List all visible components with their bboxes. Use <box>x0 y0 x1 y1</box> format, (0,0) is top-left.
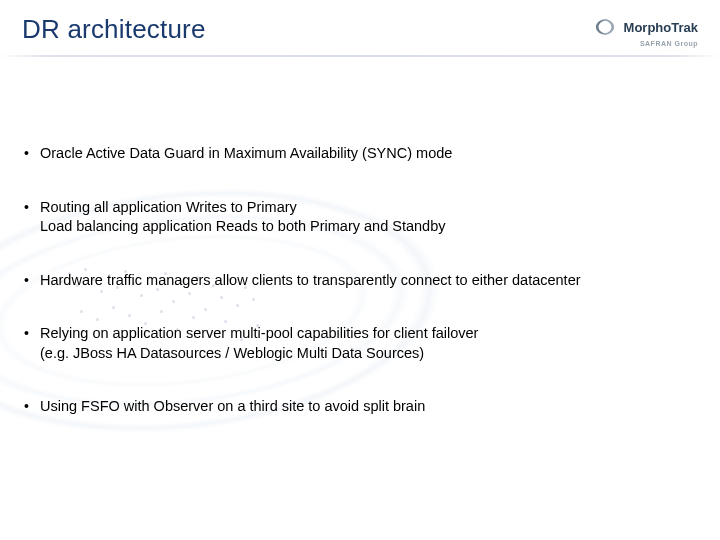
bullet-item: Relying on application server multi-pool… <box>22 324 698 363</box>
header: DR architecture MorphoTrak SAFRAN Group <box>0 0 720 56</box>
logo-subtext: SAFRAN Group <box>640 40 698 47</box>
logo-row: MorphoTrak <box>592 16 698 38</box>
bullet-text: Oracle Active Data Guard in Maximum Avai… <box>40 145 452 161</box>
bullet-item: Routing all application Writes to Primar… <box>22 198 698 237</box>
swirl-logo-icon <box>592 16 618 38</box>
bullet-text-line2: (e.g. JBoss HA Datasources / Weblogic Mu… <box>40 344 698 364</box>
bullet-text: Relying on application server multi-pool… <box>40 325 478 341</box>
bullet-text: Hardware traffic managers allow clients … <box>40 272 581 288</box>
logo-name: MorphoTrak <box>624 20 698 35</box>
bullet-text-line2: Load balancing application Reads to both… <box>40 217 698 237</box>
logo-text: MorphoTrak <box>624 20 698 35</box>
bullet-item: Using FSFO with Observer on a third site… <box>22 397 698 417</box>
bullet-item: Oracle Active Data Guard in Maximum Avai… <box>22 144 698 164</box>
brand-logo: MorphoTrak SAFRAN Group <box>592 14 698 47</box>
bullet-text: Routing all application Writes to Primar… <box>40 199 297 215</box>
page-title: DR architecture <box>22 14 206 45</box>
slide: DR architecture MorphoTrak SAFRAN Group … <box>0 0 720 540</box>
bullet-item: Hardware traffic managers allow clients … <box>22 271 698 291</box>
bullet-list: Oracle Active Data Guard in Maximum Avai… <box>22 144 698 417</box>
footer <box>0 510 720 540</box>
content-area: Oracle Active Data Guard in Maximum Avai… <box>0 56 720 417</box>
bullet-text: Using FSFO with Observer on a third site… <box>40 398 425 414</box>
